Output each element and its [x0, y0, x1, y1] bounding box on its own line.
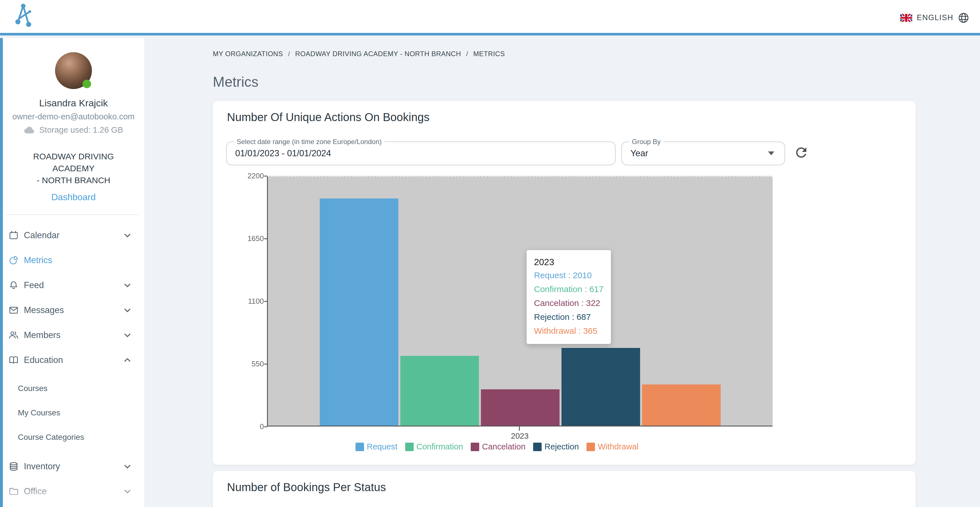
sidebar-item-course-categories[interactable]: Course Categories [3, 425, 144, 450]
members-icon [8, 330, 19, 340]
storage-used-label: Storage used: 1.26 GB [39, 126, 123, 135]
y-tick-label: 0 [260, 422, 264, 431]
card-title: Number of Bookings Per Status [227, 481, 386, 494]
group-by-select[interactable]: Group By Year [621, 141, 785, 165]
y-axis: 0 550 1100 1650 2200 [213, 176, 264, 426]
chevron-down-icon [123, 331, 132, 339]
open-book-icon [8, 355, 19, 365]
bar-rejection[interactable] [562, 348, 640, 426]
sidebar-item-finances[interactable]: $ Finances [3, 504, 144, 507]
bar-cancelation[interactable] [481, 389, 560, 426]
mail-icon [8, 305, 19, 315]
tooltip-line-cancelation: Cancelation : 322 [534, 296, 603, 310]
main-content: MY ORGANIZATIONS / ROADWAY DRIVING ACADE… [144, 38, 980, 507]
legend-swatch-confirmation [405, 443, 414, 451]
bar-confirmation[interactable] [400, 356, 479, 426]
brand-logo[interactable] [15, 3, 32, 27]
sidebar-nav: Calendar Metrics [3, 215, 144, 507]
y-tick-label: 1650 [247, 234, 264, 243]
sidebar-item-calendar[interactable]: Calendar [3, 223, 144, 248]
refresh-icon [794, 145, 809, 160]
legend-item-cancelation[interactable]: Cancelation [471, 442, 525, 451]
legend-swatch-withdrawal [587, 443, 595, 451]
y-tick-label: 550 [252, 359, 264, 368]
chevron-down-icon [123, 231, 132, 240]
database-icon [8, 461, 19, 472]
tooltip-title: 2023 [534, 256, 603, 268]
chevron-up-icon [123, 356, 132, 364]
card-title: Number Of Unique Actions On Bookings [227, 111, 430, 124]
app-root: ENGLISH Lisandra Krajcik owner-demo-en@a… [0, 0, 980, 507]
x-tick-label: 2023 [267, 432, 773, 441]
cloud-icon [24, 126, 35, 134]
legend-swatch-rejection [533, 443, 542, 451]
legend-item-confirmation[interactable]: Confirmation [405, 442, 463, 451]
sidebar-item-inventory[interactable]: Inventory [3, 454, 144, 479]
x-tick-mark [519, 426, 520, 431]
dashboard-link[interactable]: Dashboard [51, 192, 96, 202]
date-range-value: 01/01/2023 - 01/01/2024 [235, 148, 331, 159]
language-selector[interactable]: ENGLISH [900, 0, 969, 35]
legend-swatch-request [355, 443, 364, 451]
group-by-value: Year [630, 148, 648, 159]
sidebar-item-members[interactable]: Members [3, 323, 144, 348]
breadcrumb-my-organizations[interactable]: MY ORGANIZATIONS [213, 50, 283, 58]
unique-actions-card: Number Of Unique Actions On Bookings Sel… [213, 101, 916, 465]
tooltip-line-withdrawal: Withdrawal : 365 [534, 324, 603, 338]
globe-icon [958, 12, 969, 24]
tooltip-line-confirmation: Confirmation : 617 [534, 282, 603, 296]
sidebar-item-courses[interactable]: Courses [3, 376, 144, 401]
organization-name: ROADWAY DRIVING ACADEMY - NORTH BRANCH [3, 151, 144, 186]
legend-item-rejection[interactable]: Rejection [533, 442, 579, 451]
sidebar-item-metrics[interactable]: Metrics [3, 248, 144, 273]
date-range-field[interactable]: Select date range (in time zone Europe/L… [226, 141, 616, 165]
page-title: Metrics [213, 74, 980, 90]
date-range-label: Select date range (in time zone Europe/L… [234, 138, 384, 146]
refresh-button[interactable] [793, 144, 810, 161]
education-subnav: Courses My Courses Course Categories [3, 376, 144, 450]
bookings-per-status-card: Number of Bookings Per Status [213, 471, 916, 507]
chevron-down-icon [123, 462, 132, 471]
tooltip-line-request: Request : 2010 [534, 268, 603, 282]
calendar-icon [8, 230, 19, 240]
uk-flag-icon [900, 14, 912, 22]
legend-item-withdrawal[interactable]: Withdrawal [587, 442, 638, 451]
bar-request[interactable] [320, 199, 398, 426]
sidebar-item-my-courses[interactable]: My Courses [3, 401, 144, 425]
chevron-down-icon [123, 281, 132, 289]
tooltip-line-rejection: Rejection : 687 [534, 310, 603, 324]
breadcrumb: MY ORGANIZATIONS / ROADWAY DRIVING ACADE… [213, 50, 980, 58]
sidebar: Lisandra Krajcik owner-demo-en@autobooko… [0, 38, 144, 507]
group-by-label: Group By [629, 138, 663, 146]
bell-icon [8, 280, 19, 290]
chart-legend: Request Confirmation Cancelation Rejecti… [221, 442, 773, 451]
bar-withdrawal[interactable] [642, 385, 721, 426]
sidebar-item-education[interactable]: Education [3, 348, 144, 373]
pie-chart-icon [8, 255, 19, 265]
breadcrumb-organization[interactable]: ROADWAY DRIVING ACADEMY - NORTH BRANCH [295, 50, 461, 58]
y-tick-label: 1100 [248, 297, 264, 306]
sidebar-item-office[interactable]: Office [3, 479, 144, 504]
sidebar-item-messages[interactable]: Messages [3, 298, 144, 323]
chevron-down-icon [123, 306, 132, 315]
legend-item-request[interactable]: Request [355, 442, 398, 451]
user-email: owner-demo-en@autobooko.com [3, 112, 144, 121]
user-name: Lisandra Krajcik [3, 97, 144, 109]
sidebar-item-feed[interactable]: Feed [3, 273, 144, 298]
autobooko-logo-icon [15, 3, 32, 27]
legend-swatch-cancelation [471, 443, 479, 451]
select-arrow-icon [768, 151, 774, 156]
language-label: ENGLISH [917, 13, 953, 22]
y-tick-label: 2200 [247, 172, 264, 180]
chart-tooltip: 2023 Request : 2010 Confirmation : 617 C… [527, 250, 611, 344]
profile-section: Lisandra Krajcik owner-demo-en@autobooko… [3, 38, 144, 202]
online-status-dot [83, 79, 91, 88]
chevron-down-icon [123, 487, 132, 496]
chart-plot-area: 2023 Request : 2010 Confirmation : 617 C… [267, 176, 773, 426]
folder-icon [8, 486, 19, 496]
top-bar: ENGLISH [0, 0, 980, 35]
breadcrumb-metrics[interactable]: METRICS [473, 50, 505, 58]
